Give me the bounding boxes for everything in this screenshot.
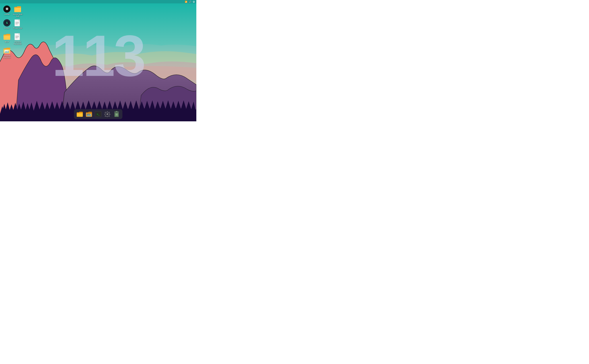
service-node-stuff-icon-item[interactable]: Service Node Stuff: [12, 5, 23, 18]
lokinet-icon: ⊛: [3, 5, 11, 13]
power-icon[interactable]: ⏻: [193, 1, 195, 3]
taskbar-settings-icon: [104, 111, 110, 117]
taskbar-trash-button[interactable]: ♻: [113, 110, 121, 118]
plaintext-passwords-label: Plaintext Passwords: [13, 41, 23, 45]
svg-rect-68: [116, 111, 117, 112]
christmas-party-pics-label: Christmas Party Pics: [2, 55, 12, 58]
svg-text:♻: ♻: [116, 113, 118, 116]
session-icon-item[interactable]: S Session: [1, 18, 12, 32]
wip-icon-item[interactable]: W.I.P: [1, 32, 12, 46]
private-keys-icon: [14, 19, 21, 26]
svg-point-66: [107, 113, 108, 115]
svg-rect-49: [18, 20, 20, 21]
session-icon: S: [3, 19, 11, 26]
taskbar-files-icon: [76, 111, 83, 117]
svg-text:S: S: [6, 21, 8, 25]
taskbar: >_ ♻: [74, 109, 123, 119]
taskbar-settings-button[interactable]: [103, 110, 111, 118]
taskbar-image-viewer-button[interactable]: [85, 110, 93, 118]
taskbar-trash-icon: ♻: [114, 111, 120, 117]
christmas-party-pics-icon-item[interactable]: Christmas Party Pics: [1, 46, 12, 60]
private-keys-label: Private Keys: [13, 27, 22, 29]
wifi-icon: 📶: [185, 1, 187, 3]
service-node-stuff-label: Service Node Stuff: [13, 13, 23, 17]
big-number: 113: [52, 22, 144, 89]
svg-point-61: [8, 50, 9, 51]
taskbar-files-button[interactable]: [76, 110, 84, 118]
service-node-stuff-icon: [14, 5, 21, 13]
svg-text:⊛: ⊛: [6, 7, 8, 11]
wip-label: W.I.P: [5, 41, 9, 43]
session-label: Session: [4, 27, 10, 29]
plaintext-passwords-icon-item[interactable]: Plaintext Passwords: [12, 32, 23, 46]
taskbar-image-viewer-icon: [86, 111, 92, 117]
desktop-icons: ⊛ LokiNet Service Node Stuff S Session: [1, 5, 23, 60]
topbar: 📶 🔊 ⏻: [0, 0, 196, 3]
lokinet-icon-item[interactable]: ⊛ LokiNet: [1, 5, 12, 18]
private-keys-icon-item[interactable]: Private Keys: [12, 18, 23, 32]
taskbar-terminal-icon: >_: [95, 111, 102, 117]
volume-icon: 🔊: [189, 1, 191, 3]
lokinet-label: LokiNet: [4, 13, 10, 15]
christmas-party-pics-icon: [3, 47, 11, 54]
plaintext-passwords-icon: [14, 33, 21, 40]
svg-rect-55: [18, 33, 20, 35]
wip-icon: [3, 33, 11, 40]
svg-point-64: [90, 114, 91, 115]
taskbar-terminal-button[interactable]: >_: [94, 110, 102, 118]
wallpaper: 113: [0, 3, 196, 121]
